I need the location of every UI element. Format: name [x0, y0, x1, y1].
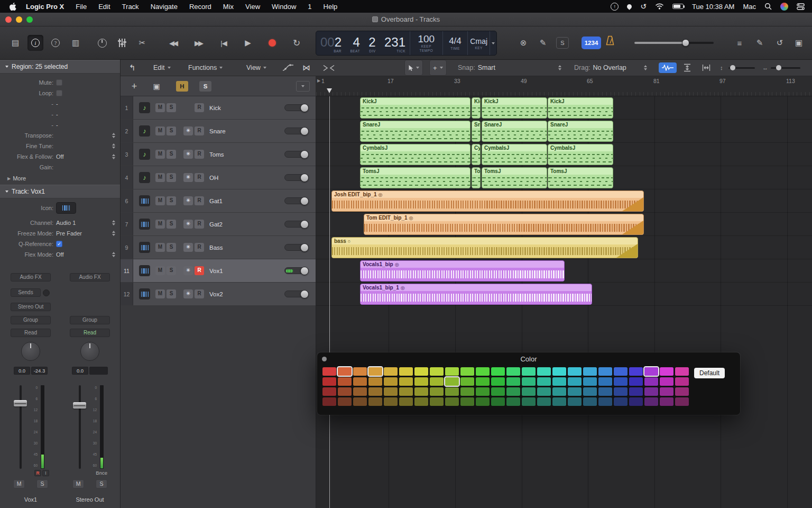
freeze-button[interactable]: ✳: [183, 243, 193, 252]
mute-button[interactable]: M: [155, 173, 165, 182]
siri-icon[interactable]: [780, 3, 788, 11]
color-swatch[interactable]: [460, 387, 474, 396]
color-swatch[interactable]: [583, 397, 597, 406]
color-swatch[interactable]: [338, 397, 352, 406]
freeze-button[interactable]: ✳: [183, 266, 193, 275]
color-swatch[interactable]: [568, 397, 582, 406]
record-enable-button[interactable]: R: [195, 266, 204, 275]
track-volume-slider[interactable]: [284, 174, 309, 181]
color-swatch[interactable]: [537, 397, 551, 406]
solo-button[interactable]: S: [167, 266, 176, 275]
region-snarej[interactable]: SnareJ: [360, 121, 470, 142]
color-swatch[interactable]: [491, 367, 505, 376]
smart-controls-button[interactable]: [94, 35, 110, 51]
automation-mode-slot[interactable]: Read: [11, 329, 51, 337]
color-swatch[interactable]: [644, 397, 658, 406]
freeze-button[interactable]: ✳: [183, 196, 193, 205]
default-color-button[interactable]: Default: [694, 368, 725, 378]
autopunch-button[interactable]: ⊗: [515, 35, 531, 51]
color-swatch[interactable]: [460, 367, 474, 376]
menu-clock[interactable]: Tue 10:38 AM: [692, 3, 734, 11]
automation-mode-slot[interactable]: Read: [70, 329, 110, 337]
send-knob[interactable]: [43, 289, 50, 296]
menu-item-window[interactable]: Window: [266, 3, 302, 11]
automation-button[interactable]: [282, 60, 294, 76]
track-volume-slider[interactable]: [284, 128, 309, 134]
record-enable-button[interactable]: R: [195, 196, 204, 205]
mute-button[interactable]: M: [72, 479, 84, 488]
library-button[interactable]: ▤: [7, 35, 23, 51]
view-menu[interactable]: View: [246, 60, 266, 76]
track-channel-row[interactable]: Channel: Audio 1: [0, 217, 120, 228]
color-swatch[interactable]: [644, 367, 658, 376]
color-swatch[interactable]: [491, 397, 505, 406]
color-swatch[interactable]: [614, 377, 628, 386]
color-swatch[interactable]: [399, 397, 413, 406]
color-swatch[interactable]: [491, 377, 505, 386]
location-icon[interactable]: [627, 4, 632, 9]
color-swatch[interactable]: [430, 367, 444, 376]
back-button[interactable]: ↰: [129, 60, 136, 76]
region-gain-row[interactable]: Gain:: [0, 162, 120, 173]
record-enable-button[interactable]: R: [195, 173, 204, 182]
volume-value[interactable]: -24.3: [31, 367, 48, 375]
pan-value[interactable]: 0.0: [14, 367, 30, 375]
menu-item-1[interactable]: 1: [302, 3, 317, 11]
region-tomsj[interactable]: TomsJ: [360, 167, 470, 188]
drag-menu-stepper[interactable]: [644, 60, 647, 76]
solo-button[interactable]: S: [167, 103, 176, 112]
region-snarej[interactable]: SnareJ: [472, 121, 481, 142]
freeze-button[interactable]: ✳: [183, 289, 193, 298]
region-cymbalsj[interactable]: CymbalsJ: [360, 144, 470, 165]
hide-tracks-button[interactable]: H: [176, 81, 188, 92]
solo-button[interactable]: S: [167, 289, 176, 298]
mute-button[interactable]: M: [155, 196, 165, 205]
color-swatch[interactable]: [399, 387, 413, 396]
region-transpose-row[interactable]: Transpose:: [0, 130, 120, 141]
menu-item-app[interactable]: Logic Pro X: [20, 3, 70, 11]
mute-button[interactable]: M: [155, 103, 165, 112]
record-enable-button[interactable]: R: [195, 289, 204, 298]
drag-menu[interactable]: Drag: No Overlap: [574, 60, 626, 76]
record-enable-button[interactable]: R: [34, 470, 41, 476]
record-enable-button[interactable]: R: [195, 150, 204, 159]
solo-button[interactable]: S: [167, 173, 176, 182]
freeze-button[interactable]: ✳: [183, 150, 193, 159]
replace-button[interactable]: ✎: [535, 35, 551, 51]
color-swatch[interactable]: [338, 377, 352, 386]
q-reference-checkbox[interactable]: ✓: [56, 241, 62, 247]
go-to-beginning-button[interactable]: |◀: [216, 35, 232, 51]
spotlight-icon[interactable]: [764, 3, 772, 10]
track-header-kick[interactable]: 1♪MS✳RKick: [121, 96, 316, 120]
color-swatch[interactable]: [353, 387, 367, 396]
fader-cap[interactable]: [14, 400, 27, 406]
region-fine-tune-row[interactable]: Fine Tune:: [0, 141, 120, 151]
solo-button[interactable]: S: [167, 243, 176, 252]
menu-item-record[interactable]: Record: [183, 3, 217, 11]
region-kickj[interactable]: KickJ: [548, 97, 613, 119]
note-pads-button[interactable]: ✎: [752, 35, 768, 51]
channel-fader[interactable]: 06121824304560: [70, 385, 110, 469]
color-swatch[interactable]: [506, 377, 520, 386]
track-header-vox2[interactable]: 12MS✳RVox2: [121, 283, 316, 306]
cycle-button[interactable]: ↻: [289, 35, 304, 51]
region-josh-edit-bip-1[interactable]: Josh EDIT_bip_1◎: [331, 190, 644, 212]
track-icon-button[interactable]: [56, 202, 76, 214]
waveform-zoom-button[interactable]: [659, 60, 677, 76]
vertical-auto-zoom-button[interactable]: [683, 60, 691, 76]
color-swatch[interactable]: [445, 367, 459, 376]
color-swatch[interactable]: [460, 397, 474, 406]
apple-loops-button[interactable]: ↺: [772, 35, 788, 51]
color-swatch[interactable]: [506, 387, 520, 396]
color-swatch[interactable]: [460, 377, 474, 386]
catch-playhead-button[interactable]: [322, 60, 335, 76]
color-swatch[interactable]: [414, 367, 428, 376]
color-swatch[interactable]: [399, 367, 413, 376]
color-swatch[interactable]: [338, 387, 352, 396]
inspector-button[interactable]: i: [27, 35, 43, 51]
menu-item-help[interactable]: Help: [318, 3, 344, 11]
menu-item-view[interactable]: View: [239, 3, 266, 11]
color-swatch[interactable]: [598, 367, 612, 376]
color-swatch[interactable]: [476, 377, 490, 386]
menu-item-edit[interactable]: Edit: [93, 3, 116, 11]
